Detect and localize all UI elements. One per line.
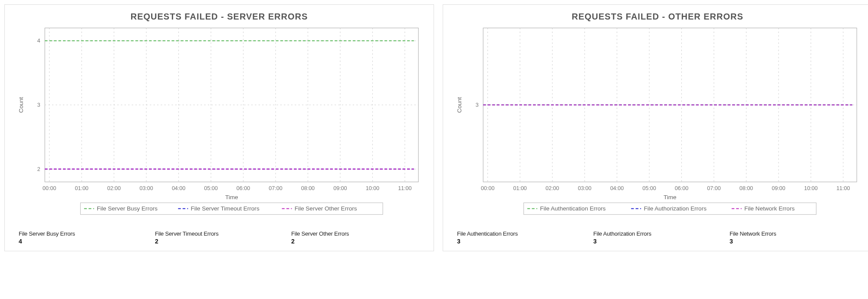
svg-text:03:00: 03:00 <box>139 185 153 191</box>
stat-value: 2 <box>155 238 291 245</box>
svg-text:Time: Time <box>225 194 238 200</box>
svg-text:10:00: 10:00 <box>804 185 818 191</box>
svg-text:3: 3 <box>476 102 479 108</box>
stat-value: 3 <box>730 238 866 245</box>
svg-text:01:00: 01:00 <box>513 185 527 191</box>
svg-text:09:00: 09:00 <box>333 185 347 191</box>
svg-text:File Server Timeout Errors: File Server Timeout Errors <box>191 205 260 212</box>
svg-text:10:00: 10:00 <box>366 185 379 191</box>
stat-value: 2 <box>291 238 427 245</box>
chart-title: REQUESTS FAILED - SERVER ERRORS <box>11 12 427 22</box>
stats-row: File Server Busy Errors 4 File Server Ti… <box>11 230 427 245</box>
stat-label: File Authorization Errors <box>593 230 730 237</box>
svg-rect-0 <box>45 28 418 182</box>
svg-text:Count: Count <box>18 97 24 113</box>
svg-text:08:00: 08:00 <box>740 185 753 191</box>
svg-text:Time: Time <box>664 194 677 200</box>
dashboard: REQUESTS FAILED - SERVER ERRORS 00:0001:… <box>4 4 868 251</box>
svg-text:06:00: 06:00 <box>675 185 688 191</box>
svg-text:File Authorization Errors: File Authorization Errors <box>644 205 707 212</box>
svg-text:File Network Errors: File Network Errors <box>744 205 795 212</box>
chart-server-errors: 00:0001:0002:0003:0004:0005:0006:0007:00… <box>11 23 427 223</box>
svg-text:04:00: 04:00 <box>172 185 185 191</box>
stat-value: 3 <box>593 238 730 245</box>
stat-label: File Server Busy Errors <box>19 230 155 237</box>
svg-text:03:00: 03:00 <box>578 185 591 191</box>
svg-text:04:00: 04:00 <box>610 185 624 191</box>
stat-value: 4 <box>19 238 155 245</box>
svg-text:11:00: 11:00 <box>836 185 850 191</box>
stat-value: 3 <box>457 238 593 245</box>
svg-text:3: 3 <box>37 102 40 108</box>
stat-label: File Network Errors <box>730 230 866 237</box>
svg-text:07:00: 07:00 <box>707 185 720 191</box>
svg-text:06:00: 06:00 <box>237 185 250 191</box>
panel-server-errors: REQUESTS FAILED - SERVER ERRORS 00:0001:… <box>4 4 434 251</box>
svg-text:02:00: 02:00 <box>546 185 559 191</box>
svg-text:02:00: 02:00 <box>107 185 121 191</box>
svg-text:05:00: 05:00 <box>642 185 656 191</box>
stat-label: File Authentication Errors <box>457 230 593 237</box>
svg-text:01:00: 01:00 <box>75 185 89 191</box>
svg-text:File Server Busy Errors: File Server Busy Errors <box>97 205 158 212</box>
svg-text:4: 4 <box>37 38 40 44</box>
svg-text:05:00: 05:00 <box>204 185 217 191</box>
stat-item: File Server Timeout Errors 2 <box>155 230 291 245</box>
svg-text:File Server Other Errors: File Server Other Errors <box>295 205 357 212</box>
panel-other-errors: REQUESTS FAILED - OTHER ERRORS 00:0001:0… <box>443 4 868 251</box>
stat-item: File Authentication Errors 3 <box>457 230 593 245</box>
stat-item: File Authorization Errors 3 <box>593 230 730 245</box>
svg-text:00:00: 00:00 <box>481 185 494 191</box>
svg-text:2: 2 <box>37 166 40 172</box>
stat-item: File Server Busy Errors 4 <box>19 230 155 245</box>
svg-text:Count: Count <box>456 97 463 113</box>
svg-text:11:00: 11:00 <box>398 185 411 191</box>
svg-text:08:00: 08:00 <box>301 185 315 191</box>
svg-text:File Authentication Errors: File Authentication Errors <box>540 205 606 212</box>
svg-text:00:00: 00:00 <box>43 185 56 191</box>
svg-text:07:00: 07:00 <box>269 185 282 191</box>
svg-text:09:00: 09:00 <box>772 185 785 191</box>
stat-label: File Server Other Errors <box>291 230 427 237</box>
stat-label: File Server Timeout Errors <box>155 230 291 237</box>
stats-row: File Authentication Errors 3 File Author… <box>449 230 866 245</box>
chart-other-errors: 00:0001:0002:0003:0004:0005:0006:0007:00… <box>449 23 866 223</box>
stat-item: File Server Other Errors 2 <box>291 230 427 245</box>
chart-title: REQUESTS FAILED - OTHER ERRORS <box>449 12 866 22</box>
stat-item: File Network Errors 3 <box>730 230 866 245</box>
